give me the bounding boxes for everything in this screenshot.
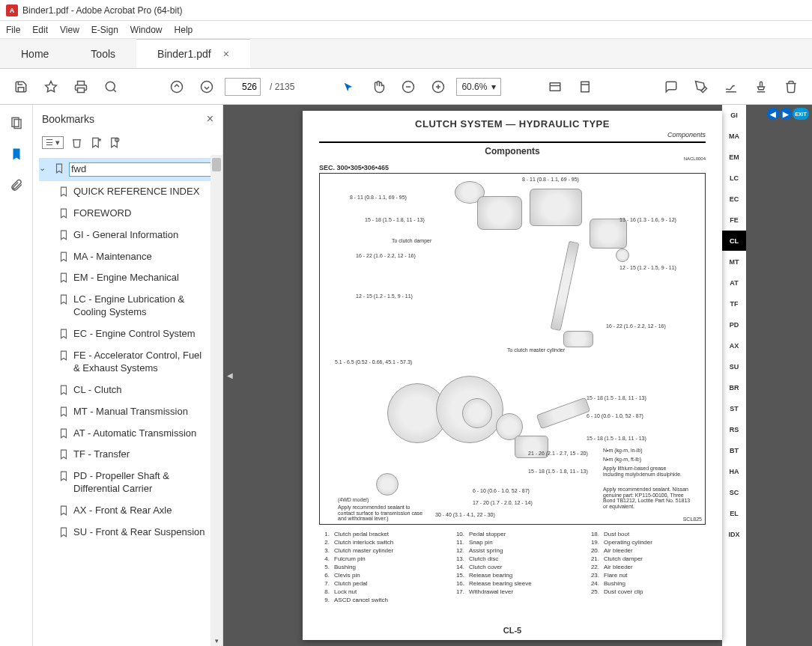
- page-down-icon[interactable]: [195, 75, 219, 99]
- torque-note: 6 - 10 (0.6 - 1.0, 52 - 87): [587, 413, 643, 419]
- index-tab-ec[interactable]: EC: [722, 189, 746, 210]
- bookmark-icon: [58, 329, 69, 339]
- callout-text: N•m (kg-m, in-lb): [603, 448, 643, 454]
- scrollbar-thumb[interactable]: [212, 158, 221, 171]
- collapse-panel-handle[interactable]: ◀: [223, 105, 237, 646]
- stamp-icon[interactable]: [749, 75, 773, 99]
- svg-line-3: [113, 89, 115, 91]
- thumbnails-icon[interactable]: [7, 114, 25, 132]
- bookmark-item[interactable]: TF - Transfer: [39, 444, 221, 466]
- nav-prev-icon[interactable]: ◀: [767, 108, 779, 120]
- bookmark-item[interactable]: SU - Front & Rear Suspension: [39, 522, 221, 543]
- bookmark-label: GI - General Information: [73, 229, 218, 242]
- index-tab-st[interactable]: ST: [722, 398, 746, 419]
- bookmark-root[interactable]: ⌄ fwd: [39, 158, 221, 181]
- index-tab-ax[interactable]: AX: [722, 335, 746, 356]
- index-tab-tf[interactable]: TF: [722, 293, 746, 314]
- index-tab-gi[interactable]: GI: [722, 105, 746, 126]
- index-tab-sc[interactable]: SC: [722, 482, 746, 503]
- sign-icon[interactable]: [719, 75, 743, 99]
- bookmark-item[interactable]: QUICK REFERENCE INDEX: [39, 181, 221, 203]
- bookmark-item[interactable]: AX - Front & Rear Axle: [39, 500, 221, 522]
- bookmark-item[interactable]: MT - Manual Transmission: [39, 401, 221, 423]
- bookmark-item[interactable]: PD - Propeller Shaft & Differential Carr…: [39, 466, 221, 500]
- index-tab-su[interactable]: SU: [722, 356, 746, 377]
- index-tab-rs[interactable]: RS: [722, 419, 746, 440]
- tab-tools[interactable]: Tools: [70, 39, 136, 68]
- legend-item: 17.Withdrawal lever: [454, 588, 571, 595]
- tab-home[interactable]: Home: [0, 39, 70, 68]
- bookmark-item[interactable]: FE - Accelerator Control, Fuel & Exhaust…: [39, 345, 221, 380]
- chevron-down-icon[interactable]: ⌄: [39, 162, 49, 173]
- index-tab-br[interactable]: BR: [722, 377, 746, 398]
- bookmark-item[interactable]: MA - Maintenance: [39, 246, 221, 268]
- index-tab-em[interactable]: EM: [722, 147, 746, 168]
- print-icon[interactable]: [69, 75, 93, 99]
- page-number-input[interactable]: [225, 78, 261, 96]
- menu-edit[interactable]: Edit: [32, 25, 48, 35]
- pdf-icon: A: [6, 4, 18, 16]
- index-tab-lc[interactable]: LC: [722, 168, 746, 189]
- close-panel-icon[interactable]: ×: [207, 112, 213, 126]
- page-up-icon[interactable]: [165, 75, 189, 99]
- index-tab-ha[interactable]: HA: [722, 461, 746, 482]
- star-icon[interactable]: [39, 75, 63, 99]
- zoom-out-icon[interactable]: [396, 75, 420, 99]
- panel-options-icon[interactable]: ☰ ▾: [42, 136, 64, 149]
- menu-help[interactable]: Help: [175, 25, 193, 35]
- index-tab-fe[interactable]: FE: [722, 210, 746, 231]
- fit-width-icon[interactable]: [543, 75, 567, 99]
- zoom-in-icon[interactable]: [426, 75, 450, 99]
- svg-rect-1: [78, 88, 85, 92]
- bookmark-item[interactable]: FOREWORD: [39, 203, 221, 225]
- panel-find-bookmark-icon[interactable]: [109, 137, 120, 148]
- bookmark-icon: [58, 208, 69, 219]
- callout-text: (4WD model): [338, 497, 369, 503]
- nav-next-icon[interactable]: ▶: [780, 108, 792, 120]
- document-viewer[interactable]: ◀ ▶ EXIT CLUTCH SYSTEM — HYDRAULIC TYPE …: [237, 105, 812, 646]
- trash-icon[interactable]: [779, 75, 803, 99]
- hand-icon[interactable]: [366, 75, 390, 99]
- save-icon[interactable]: [9, 75, 33, 99]
- bookmarks-icon[interactable]: [7, 145, 25, 163]
- menu-window[interactable]: Window: [130, 25, 163, 35]
- bookmarks-list[interactable]: ⌄ fwd QUICK REFERENCE INDEXFOREWORDGI - …: [33, 155, 222, 646]
- legend-item: 20.Air bleeder: [589, 547, 706, 554]
- bookmark-item[interactable]: GI - General Information: [39, 225, 221, 246]
- scrollbar[interactable]: ▴ ▾: [210, 155, 222, 646]
- zoom-value: 60.6%: [461, 82, 487, 92]
- menu-file[interactable]: File: [6, 25, 20, 35]
- index-tab-el[interactable]: EL: [722, 503, 746, 524]
- highlight-icon[interactable]: [689, 75, 713, 99]
- fit-page-icon[interactable]: [573, 75, 597, 99]
- index-tab-cl[interactable]: CL: [722, 231, 746, 252]
- scroll-down-icon[interactable]: ▾: [212, 636, 221, 646]
- index-tab-ma[interactable]: MA: [722, 126, 746, 147]
- panel-delete-icon[interactable]: [71, 137, 82, 148]
- search-icon[interactable]: [99, 75, 123, 99]
- bookmark-label: AX - Front & Rear Axle: [73, 505, 218, 517]
- bookmark-item[interactable]: CL - Clutch: [39, 380, 221, 401]
- menu-view[interactable]: View: [60, 25, 79, 35]
- menu-esign[interactable]: E-Sign: [91, 25, 118, 35]
- zoom-select[interactable]: 60.6%▾: [456, 78, 501, 96]
- bookmark-item[interactable]: EC - Engine Control System: [39, 323, 221, 345]
- bookmark-item[interactable]: AT - Automatic Transmission: [39, 423, 221, 445]
- bookmark-item[interactable]: LC - Engine Lubrication & Cooling System…: [39, 289, 221, 323]
- svg-rect-13: [581, 82, 590, 92]
- comment-icon[interactable]: [659, 75, 683, 99]
- legend-item: 1.Clutch pedal bracket: [319, 531, 436, 537]
- tab-document[interactable]: Binder1.pdf ×: [136, 39, 250, 68]
- index-tab-at[interactable]: AT: [722, 272, 746, 293]
- panel-new-bookmark-icon[interactable]: [90, 137, 101, 148]
- bookmark-item[interactable]: EM - Engine Mechanical: [39, 267, 221, 289]
- index-tab-mt[interactable]: MT: [722, 252, 746, 272]
- index-tab-idx[interactable]: IDX: [722, 524, 746, 545]
- svg-point-4: [172, 81, 183, 92]
- pointer-icon[interactable]: [336, 75, 360, 99]
- index-tab-bt[interactable]: BT: [722, 440, 746, 461]
- attachments-icon[interactable]: [7, 177, 25, 195]
- close-icon[interactable]: ×: [223, 48, 229, 60]
- nav-exit-button[interactable]: EXIT: [793, 108, 809, 120]
- index-tab-pd[interactable]: PD: [722, 314, 746, 335]
